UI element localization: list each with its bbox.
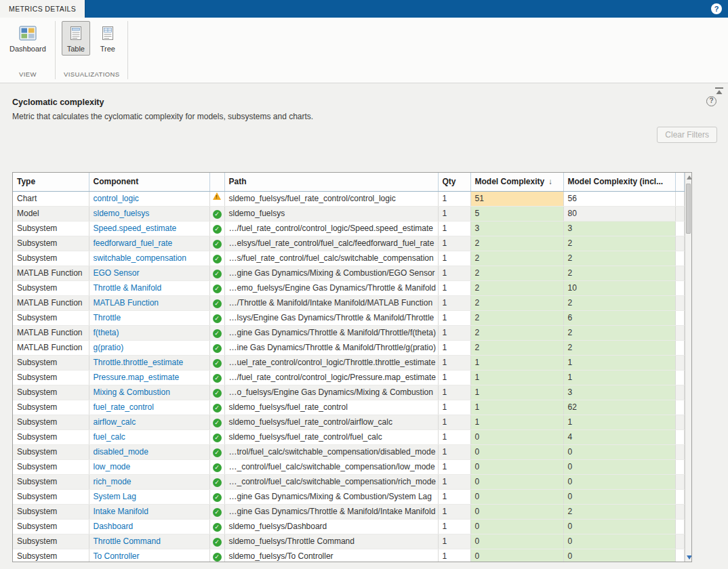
table-row[interactable]: SubsystemThrottle.throttle_estimate✓…uel…	[13, 355, 684, 370]
component-link[interactable]: low_mode	[94, 462, 131, 471]
table-row[interactable]: Subsystemrich_mode✓…_control/fuel_calc/s…	[13, 474, 684, 489]
table-row[interactable]: SubsystemPressure.map_estimate✓…/fuel_ra…	[13, 370, 684, 385]
table-row[interactable]: Chartcontrol_logic!sldemo_fuelsys/fuel_r…	[13, 191, 684, 206]
table-row[interactable]: SubsystemIntake Manifold✓…gine Gas Dynam…	[13, 504, 684, 519]
pass-check-icon: ✓	[213, 225, 222, 234]
pass-check-icon: ✓	[213, 434, 222, 442]
component-link[interactable]: Pressure.map_estimate	[94, 373, 180, 382]
table-row[interactable]: MATLAB FunctionEGO Sensor✓…gine Gas Dyna…	[13, 266, 684, 280]
table-row[interactable]: SubsystemSpeed.speed_estimate✓…/fuel_rat…	[13, 221, 684, 236]
column-header-model-complexity-incl[interactable]: Model Complexity (incl...	[563, 173, 675, 191]
cell-model-complexity: 0	[470, 459, 563, 474]
component-link[interactable]: f(theta)	[94, 328, 119, 337]
cell-filler	[675, 415, 684, 429]
component-link[interactable]: To Controller	[94, 551, 140, 561]
table-row[interactable]: SubsystemThrottle & Manifold✓…emo_fuelsy…	[13, 280, 684, 295]
table-row[interactable]: SubsystemMixing & Combustion✓…o_fuelsys/…	[13, 385, 684, 400]
cell-type: MATLAB Function	[13, 340, 89, 355]
cell-filler	[675, 340, 684, 355]
column-header-component[interactable]: Component	[89, 173, 209, 191]
table-row[interactable]: SubsystemSystem Lag✓…gine Gas Dynamics/M…	[13, 489, 684, 504]
cell-model-complexity: 1	[470, 415, 563, 429]
scroll-down-arrow-icon[interactable]	[685, 552, 692, 562]
column-header-filler	[675, 173, 684, 191]
table-row[interactable]: SubsystemThrottle✓…lsys/Engine Gas Dynam…	[13, 310, 684, 325]
cell-model-complexity: 0	[470, 519, 563, 534]
scroll-up-arrow-icon[interactable]	[685, 173, 692, 182]
cell-model-complexity: 0	[470, 444, 563, 459]
table-row[interactable]: MATLAB Functionf(theta)✓…gine Gas Dynami…	[13, 325, 684, 340]
component-link[interactable]: feedforward_fuel_rate	[94, 238, 173, 248]
component-link[interactable]: Dashboard	[94, 522, 134, 531]
component-link[interactable]: sldemo_fuelsys	[94, 209, 150, 218]
cell-type: MATLAB Function	[13, 266, 89, 280]
cell-status: ✓	[209, 489, 224, 504]
cell-qty: 1	[438, 251, 470, 266]
table-row[interactable]: Subsystemswitchable_compensation✓…s/fuel…	[13, 251, 684, 266]
pass-check-icon: ✓	[213, 508, 222, 517]
table-row[interactable]: MATLAB FunctionMATLAB Function✓…/Throttl…	[13, 295, 684, 310]
scrollbar-thumb[interactable]	[686, 184, 691, 234]
metric-help-icon[interactable]: ?	[706, 96, 716, 106]
cell-component: EGO Sensor	[89, 266, 209, 280]
tab-metrics-details[interactable]: METRICS DETAILS	[0, 0, 85, 18]
table-row[interactable]: Subsystemlow_mode✓…_control/fuel_calc/sw…	[13, 459, 684, 474]
cell-model-complexity-incl: 6	[563, 310, 675, 325]
column-header-model-complexity[interactable]: Model Complexity↓	[470, 173, 563, 191]
component-link[interactable]: Throttle	[94, 313, 121, 322]
component-link[interactable]: rich_mode	[94, 477, 132, 486]
cell-qty: 1	[438, 355, 470, 370]
component-link[interactable]: Mixing & Combustion	[94, 387, 170, 397]
component-link[interactable]: MATLAB Function	[94, 298, 159, 308]
component-link[interactable]: System Lag	[94, 492, 136, 501]
table-row[interactable]: SubsystemDashboard✓sldemo_fuelsys/Dashbo…	[13, 519, 684, 534]
pass-check-icon: ✓	[213, 419, 222, 427]
warning-icon: !	[213, 192, 221, 200]
component-link[interactable]: switchable_compensation	[94, 253, 186, 263]
help-icon[interactable]: ?	[711, 3, 722, 14]
tree-view-button[interactable]: Tree	[94, 21, 122, 56]
vertical-scrollbar[interactable]	[685, 173, 692, 562]
table-view-button[interactable]: Table	[62, 21, 90, 56]
collapse-toolstrip-icon[interactable]	[715, 87, 723, 95]
cell-model-complexity-incl: 0	[563, 489, 675, 504]
cell-type: Chart	[13, 191, 89, 206]
cell-path: …o_fuelsys/Engine Gas Dynamics/Mixing & …	[224, 385, 438, 400]
table-row[interactable]: SubsystemThrottle Command✓sldemo_fuelsys…	[13, 534, 684, 549]
cell-model-complexity-incl: 0	[563, 444, 675, 459]
clear-filters-button[interactable]: Clear Filters	[657, 127, 717, 143]
column-header-type[interactable]: Type	[13, 173, 89, 191]
column-header-status[interactable]	[209, 173, 224, 191]
cell-type: Subsystem	[13, 385, 89, 400]
table-row[interactable]: SubsystemTo Controller✓sldemo_fuelsys/To…	[13, 549, 684, 562]
table-row[interactable]: Subsystemdisabled_mode✓…trol/fuel_calc/s…	[13, 444, 684, 459]
table-row[interactable]: Modelsldemo_fuelsys✓sldemo_fuelsys1580	[13, 206, 684, 221]
component-link[interactable]: Throttle Command	[94, 536, 161, 546]
metrics-details-window: METRICS DETAILS ? Dashboard	[0, 0, 728, 83]
pass-check-icon: ✓	[213, 240, 222, 249]
component-link[interactable]: Intake Manifold	[94, 507, 148, 516]
cell-model-complexity: 0	[470, 474, 563, 489]
component-link[interactable]: disabled_mode	[94, 447, 148, 457]
table-row[interactable]: Subsystemfuel_calc✓sldemo_fuelsys/fuel_r…	[13, 429, 684, 444]
column-header-path[interactable]: Path	[224, 173, 438, 191]
component-link[interactable]: g(pratio)	[94, 343, 124, 352]
component-link[interactable]: EGO Sensor	[94, 268, 140, 278]
cell-model-complexity: 3	[470, 221, 563, 236]
cell-filler	[675, 519, 684, 534]
component-link[interactable]: Throttle.throttle_estimate	[94, 358, 184, 367]
table-row[interactable]: Subsystemairflow_calc✓sldemo_fuelsys/fue…	[13, 415, 684, 429]
cell-model-complexity-incl: 1	[563, 415, 675, 429]
table-row[interactable]: MATLAB Functiong(pratio)✓…ine Gas Dynami…	[13, 340, 684, 355]
component-link[interactable]: control_logic	[94, 194, 139, 203]
component-link[interactable]: Speed.speed_estimate	[94, 224, 177, 233]
table-row[interactable]: Subsystemfeedforward_fuel_rate✓…elsys/fu…	[13, 236, 684, 251]
cell-type: Subsystem	[13, 355, 89, 370]
component-link[interactable]: airflow_calc	[94, 417, 136, 427]
table-row[interactable]: Subsystemfuel_rate_control✓sldemo_fuelsy…	[13, 400, 684, 415]
dashboard-button[interactable]: Dashboard	[6, 21, 49, 56]
component-link[interactable]: Throttle & Manifold	[94, 283, 162, 293]
component-link[interactable]: fuel_calc	[94, 432, 125, 442]
component-link[interactable]: fuel_rate_control	[94, 402, 154, 412]
column-header-qty[interactable]: Qty	[438, 173, 470, 191]
